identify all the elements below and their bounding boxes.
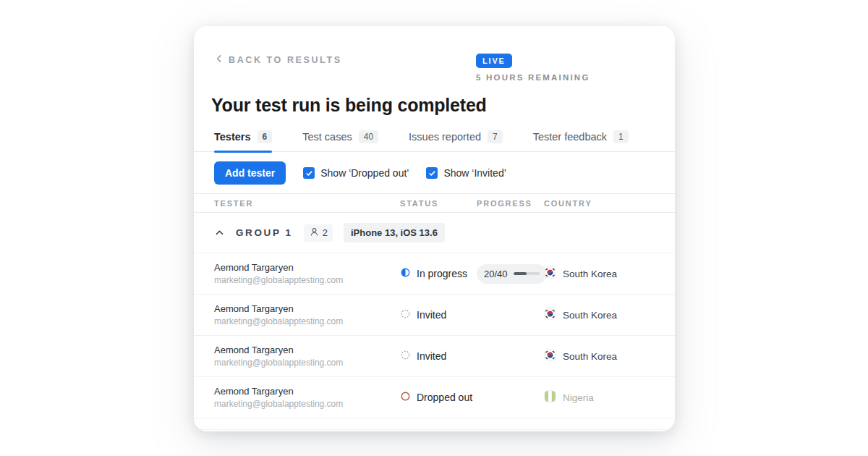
group-count-value: 2 <box>323 227 328 238</box>
device-badge: iPhone 13, iOS 13.6 <box>344 223 445 242</box>
back-link-label: BACK TO RESULTS <box>229 55 342 65</box>
country-label: South Korea <box>563 351 617 362</box>
tab-count-badge: 40 <box>359 130 378 143</box>
column-header-status: STATUS <box>400 199 477 208</box>
tester-row[interactable]: Aemond Targaryen marketing@globalapptest… <box>194 253 675 295</box>
chevron-left-icon <box>214 54 224 66</box>
tab-label: Testers <box>214 131 251 143</box>
country-cell: Nigeria <box>544 390 655 405</box>
tab-count-badge: 7 <box>488 130 503 143</box>
status-label: Dropped out <box>417 392 472 403</box>
tester-name: Aemond Targaryen <box>214 345 400 355</box>
status-cell: Invited <box>400 308 477 322</box>
group-name: GROUP 1 <box>236 227 293 238</box>
add-tester-button[interactable]: Add tester <box>214 161 286 185</box>
country-label: South Korea <box>563 310 617 321</box>
column-header-country: COUNTRY <box>544 199 655 208</box>
tester-email: marketing@globalapptesting.com <box>214 399 400 409</box>
checkbox-label: Show ‘Dropped out’ <box>320 167 409 179</box>
partial-row <box>194 418 675 430</box>
column-header-tester: TESTER <box>214 199 400 208</box>
page-title: Your test run is being completed <box>194 82 675 116</box>
checkbox-checked-icon <box>303 167 315 179</box>
tab-count-badge: 1 <box>613 130 629 143</box>
tester-row[interactable]: Aemond Targaryen marketing@globalapptest… <box>194 336 675 377</box>
tester-name: Aemond Targaryen <box>214 386 400 397</box>
time-remaining: 5 HOURS REMAINING <box>476 73 590 82</box>
country-label: Nigeria <box>563 392 594 403</box>
run-status: LIVE 5 HOURS REMAINING <box>476 54 655 82</box>
tab-test-cases[interactable]: Test cases 40 <box>302 130 378 151</box>
tester-email: marketing@globalapptesting.com <box>214 358 400 368</box>
tester-name: Aemond Targaryen <box>214 303 400 314</box>
tab-label: Test cases <box>302 131 352 143</box>
progress-value: 20/40 <box>484 269 508 279</box>
tester-row[interactable]: Aemond Targaryen marketing@globalapptest… <box>194 377 675 418</box>
progress-pill: 20/40 <box>477 264 547 284</box>
status-invited-icon <box>400 308 411 322</box>
tester-cell: Aemond Targaryen marketing@globalapptest… <box>214 345 400 368</box>
south-korea-flag-icon <box>544 308 556 323</box>
tester-cell: Aemond Targaryen marketing@globalapptest… <box>214 303 400 326</box>
show-invited-checkbox[interactable]: Show ‘Invited’ <box>426 167 506 179</box>
chevron-up-icon[interactable] <box>214 227 225 238</box>
tester-cell: Aemond Targaryen marketing@globalapptest… <box>214 262 400 285</box>
card-header: BACK TO RESULTS LIVE 5 HOURS REMAINING <box>194 26 675 82</box>
checkbox-checked-icon <box>426 167 438 179</box>
status-label: Invited <box>417 350 446 362</box>
progress-bar <box>514 272 540 275</box>
tab-label: Issues reported <box>409 131 481 143</box>
country-cell: South Korea <box>544 308 655 323</box>
status-invited-icon <box>400 350 411 363</box>
tester-row[interactable]: Aemond Targaryen marketing@globalapptest… <box>194 295 675 336</box>
country-cell: South Korea <box>544 266 655 282</box>
live-badge: LIVE <box>476 54 512 68</box>
tester-name: Aemond Targaryen <box>214 262 400 273</box>
status-dropped-out-icon <box>400 391 411 405</box>
tester-cell: Aemond Targaryen marketing@globalapptest… <box>214 386 400 409</box>
status-cell: Invited <box>400 350 477 363</box>
status-in-progress-icon <box>400 267 411 281</box>
toolbar: Add tester Show ‘Dropped out’ Show ‘Invi… <box>194 152 675 194</box>
group-tester-count: 2 <box>304 224 333 242</box>
country-cell: South Korea <box>544 349 655 364</box>
status-label: Invited <box>417 309 446 321</box>
tab-issues-reported[interactable]: Issues reported 7 <box>409 130 503 151</box>
tester-email: marketing@globalapptesting.com <box>214 275 400 285</box>
person-icon <box>309 227 320 240</box>
status-label: In progress <box>417 268 467 279</box>
test-run-card: BACK TO RESULTS LIVE 5 HOURS REMAINING Y… <box>194 26 675 431</box>
country-label: South Korea <box>563 269 617 279</box>
column-header-progress: PROGRESS <box>477 199 544 208</box>
status-cell: Dropped out <box>400 391 477 405</box>
nigeria-flag-icon <box>544 390 556 405</box>
checkbox-label: Show ‘Invited’ <box>443 167 506 179</box>
back-to-results-link[interactable]: BACK TO RESULTS <box>214 54 342 66</box>
tab-testers[interactable]: Testers 6 <box>214 130 272 151</box>
table-header: TESTER STATUS PROGRESS COUNTRY <box>194 194 675 213</box>
tab-label: Tester feedback <box>533 131 607 143</box>
tab-count-badge: 6 <box>258 130 273 143</box>
group-row[interactable]: GROUP 1 2 iPhone 13, iOS 13.6 <box>194 213 675 253</box>
south-korea-flag-icon <box>544 266 556 282</box>
tab-bar: Testers 6 Test cases 40 Issues reported … <box>194 130 675 152</box>
show-dropped-out-checkbox[interactable]: Show ‘Dropped out’ <box>303 167 409 179</box>
status-cell: In progress <box>400 267 477 281</box>
south-korea-flag-icon <box>544 349 556 364</box>
tab-tester-feedback[interactable]: Tester feedback 1 <box>533 130 629 151</box>
tester-email: marketing@globalapptesting.com <box>214 316 400 326</box>
progress-cell: 20/40 <box>477 264 544 284</box>
